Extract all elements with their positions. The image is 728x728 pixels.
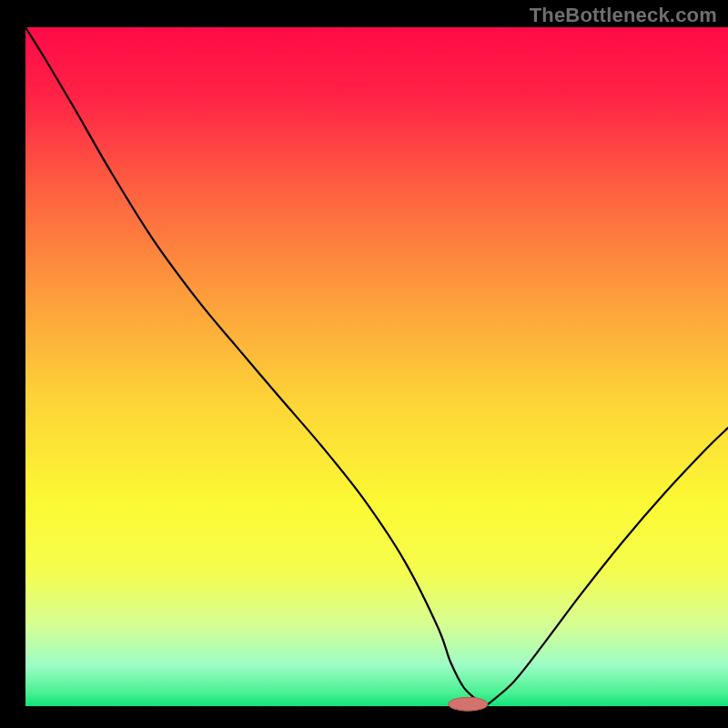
watermark-label: TheBottleneck.com bbox=[530, 4, 717, 27]
optimal-point-marker bbox=[449, 697, 488, 711]
bottleneck-chart bbox=[0, 0, 728, 728]
chart-background bbox=[25, 27, 728, 706]
